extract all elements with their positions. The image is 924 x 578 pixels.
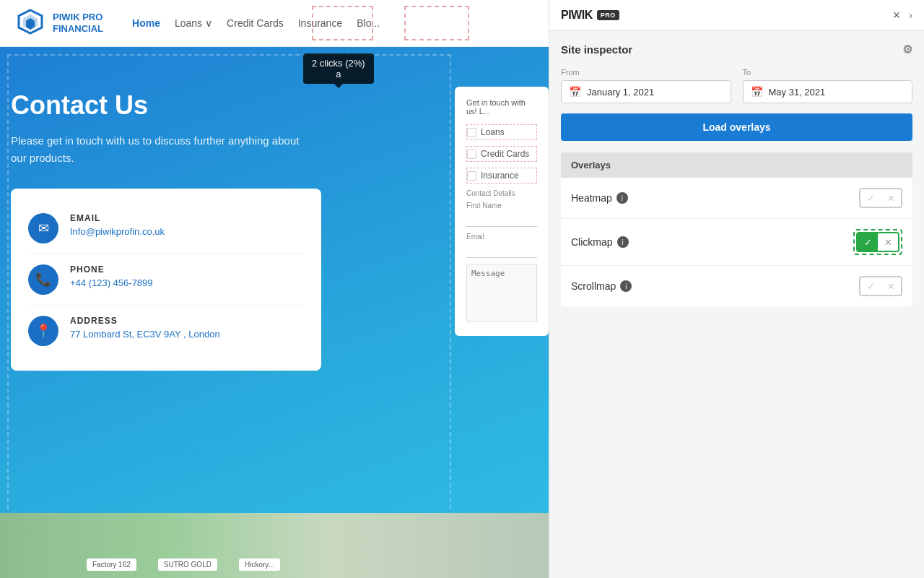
map-label-1: Factory 162 — [87, 558, 136, 571]
contact-address-item: 📍 ADDRESS 77 Lombard St, EC3V 9AY , Lond… — [28, 306, 304, 356]
nav-blog[interactable]: Blo... — [357, 17, 380, 29]
to-date-field: To 📅 May 31, 2021 — [743, 68, 913, 103]
clickmap-label: Clickmap — [571, 236, 613, 248]
contact-title: Contact Us — [11, 90, 401, 121]
piwik-header-icons: × › — [893, 9, 912, 22]
clickmap-toggle-highlight: ✓ ✕ — [853, 229, 902, 255]
form-section: Get in touch with us! L... Loans Credit … — [455, 87, 549, 336]
scrollmap-toggle-x[interactable]: ✕ — [881, 277, 901, 295]
contact-subtitle: Please get in touch with us to discuss f… — [11, 132, 401, 167]
piwik-close-button[interactable]: × — [893, 9, 901, 22]
nav-insurance[interactable]: Insurance — [298, 17, 342, 29]
form-creditcards-row: Credit Cards — [466, 146, 537, 162]
scrollmap-row: Scrollmap i ✓ ✕ — [561, 266, 912, 306]
nav-links: Home Loans ∨ Credit Cards Insurance Blo.… — [132, 17, 380, 29]
message-textarea[interactable] — [466, 264, 537, 322]
first-name-input[interactable] — [466, 212, 537, 227]
piwik-logo: PIWIK PRO — [561, 9, 619, 22]
clickmap-toggle-x[interactable]: ✕ — [878, 233, 898, 251]
address-value: 77 Lombard St, EC3V 9AY , London — [70, 329, 220, 340]
form-loans-row: Loans — [466, 124, 537, 140]
nav-home[interactable]: Home — [132, 17, 160, 29]
email-field-label: Email — [466, 233, 537, 241]
piwik-body: Site inspector ⚙ From 📅 January 1, 2021 … — [549, 31, 924, 578]
to-date-input[interactable]: 📅 May 31, 2021 — [743, 80, 913, 103]
phone-icon: 📞 — [28, 264, 58, 295]
to-label: To — [743, 68, 913, 77]
loans-checkbox-label: Loans — [481, 127, 505, 137]
nav-credit-cards[interactable]: Credit Cards — [227, 17, 284, 29]
heatmap-toggle[interactable]: ✓ ✕ — [859, 188, 902, 208]
piwik-expand-button[interactable]: › — [909, 9, 912, 21]
scrollmap-label: Scrollmap — [571, 280, 616, 292]
clickmap-info-icon[interactable]: i — [617, 236, 629, 248]
contact-phone-item: 📞 PHONE +44 (123) 456-7899 — [28, 254, 304, 306]
email-label: EMAIL — [70, 213, 165, 223]
contact-details-label: Contact Details — [466, 189, 537, 197]
gear-icon[interactable]: ⚙ — [902, 43, 912, 56]
load-overlays-button[interactable]: Load overlays — [561, 113, 912, 141]
date-range-row: From 📅 January 1, 2021 To 📅 May 31, 2021 — [561, 68, 912, 103]
contact-email-item: ✉ EMAIL Info@piwikprofin.co.uk — [28, 203, 304, 254]
map-label-2: SUTRO GOLD — [158, 558, 217, 571]
address-label: ADDRESS — [70, 316, 220, 326]
to-date-value: May 31, 2021 — [769, 87, 826, 98]
first-name-label: First Name — [466, 202, 537, 210]
scrollmap-label-area: Scrollmap i — [571, 280, 632, 292]
from-label: From — [561, 68, 731, 77]
clickmap-toggle[interactable]: ✓ ✕ — [856, 232, 899, 252]
overlays-header: Overlays — [561, 152, 912, 178]
email-icon: ✉ — [28, 213, 58, 243]
heatmap-label-area: Heatmap i — [571, 192, 628, 204]
phone-label: PHONE — [70, 264, 153, 275]
clickmap-toggle-check[interactable]: ✓ — [858, 233, 878, 251]
contact-section: Contact Us Please get in touch with us t… — [11, 90, 401, 371]
creditcards-checkbox[interactable] — [467, 150, 476, 159]
scrollmap-info-icon[interactable]: i — [620, 280, 632, 292]
address-icon: 📍 — [28, 316, 58, 346]
nav-bar: PIWIK PRO FINANCIAL Home Loans ∨ Credit … — [0, 0, 549, 47]
heatmap-toggle-check[interactable]: ✓ — [860, 189, 881, 207]
insurance-checkbox[interactable] — [467, 171, 476, 181]
website-background: PIWIK PRO FINANCIAL Home Loans ∨ Credit … — [0, 0, 549, 578]
heatmap-row: Heatmap i ✓ ✕ — [561, 178, 912, 219]
scrollmap-toggle[interactable]: ✓ ✕ — [859, 276, 902, 296]
heatmap-toggle-x[interactable]: ✕ — [881, 189, 901, 207]
to-calendar-icon: 📅 — [751, 86, 763, 98]
clickmap-row: Clickmap i ✓ ✕ — [561, 219, 912, 266]
logo-area: PIWIK PRO FINANCIAL — [14, 7, 103, 40]
piwik-pro-badge: PRO — [597, 10, 619, 20]
logo-text: PIWIK PRO FINANCIAL — [53, 12, 103, 34]
creditcards-checkbox-label: Credit Cards — [481, 149, 529, 159]
contact-card: ✉ EMAIL Info@piwikprofin.co.uk 📞 PHONE +… — [11, 189, 321, 371]
from-date-value: January 1, 2021 — [587, 87, 654, 98]
heatmap-info-icon[interactable]: i — [616, 192, 628, 204]
email-value: Info@piwikprofin.co.uk — [70, 226, 165, 237]
site-inspector-title: Site inspector ⚙ — [561, 43, 912, 56]
piwik-header: PIWIK PRO × › — [549, 0, 924, 31]
logo-icon — [14, 7, 47, 40]
nav-loans[interactable]: Loans ∨ — [175, 17, 212, 29]
phone-value: +44 (123) 456-7899 — [70, 277, 153, 288]
from-calendar-icon: 📅 — [569, 86, 581, 98]
from-date-input[interactable]: 📅 January 1, 2021 — [561, 80, 731, 103]
piwik-panel: PIWIK PRO × › Site inspector ⚙ From 📅 Ja… — [549, 0, 924, 578]
email-input[interactable] — [466, 243, 537, 258]
map-label-3: Hickory... — [239, 558, 280, 571]
map-labels: Factory 162 SUTRO GOLD Hickory... — [87, 558, 280, 571]
main-content: Contact Us Please get in touch with us t… — [0, 47, 549, 578]
tooltip-bubble: 2 clicks (2%) a — [303, 53, 374, 84]
clickmap-label-area: Clickmap i — [571, 236, 629, 248]
heatmap-label: Heatmap — [571, 192, 612, 204]
form-get-in-touch: Get in touch with us! L... — [466, 98, 537, 116]
piwik-logo-text: PIWIK — [561, 9, 593, 22]
insurance-checkbox-label: Insurance — [481, 171, 519, 181]
map-area: Factory 162 SUTRO GOLD Hickory... — [0, 513, 549, 578]
nav-overlay-creditcards — [404, 6, 469, 40]
loans-checkbox[interactable] — [467, 128, 476, 137]
from-date-field: From 📅 January 1, 2021 — [561, 68, 731, 103]
form-insurance-row: Insurance — [466, 168, 537, 184]
overlays-section: Overlays Heatmap i ✓ ✕ Clickmap i — [561, 152, 912, 306]
scrollmap-toggle-check[interactable]: ✓ — [860, 277, 881, 295]
